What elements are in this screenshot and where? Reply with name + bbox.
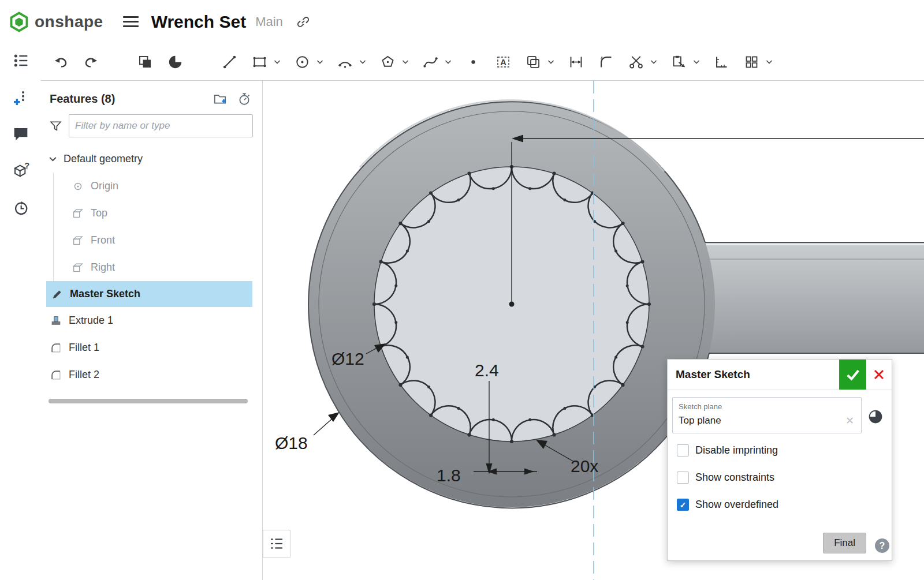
dialog-title: Master Sketch [668, 360, 839, 390]
dimension-width[interactable]: 1.8 [437, 466, 461, 485]
feature-label: Origin [91, 180, 118, 192]
new-folder-icon[interactable] [213, 91, 228, 106]
checkbox-label: Show constraints [695, 472, 774, 484]
fillet-icon [50, 342, 62, 354]
feature-label: Extrude 1 [69, 315, 113, 327]
transform-tool-button[interactable] [669, 52, 688, 72]
feature-item-top-plane[interactable]: Top [40, 200, 262, 227]
polygon-tool-chevron[interactable] [402, 52, 410, 72]
stopwatch-icon[interactable] [237, 91, 252, 106]
fillet-tool-button[interactable] [596, 52, 616, 72]
feature-label: Fillet 2 [69, 369, 99, 381]
master-sketch-dialog: Master Sketch Sketch plane Top plane ✕ D… [667, 359, 892, 561]
rectangle-tool-button[interactable] [249, 52, 269, 72]
show-overdefined-checkbox[interactable]: Show overdefined [668, 491, 892, 518]
feature-label: Master Sketch [70, 288, 140, 300]
sketch-list-button[interactable] [263, 530, 290, 557]
checkbox-label: Disable imprinting [695, 444, 778, 456]
left-panel-strip [0, 43, 40, 580]
onshape-app: onshape Wrench Set Main [0, 0, 924, 580]
arc-tool-chevron[interactable] [359, 52, 367, 72]
plane-icon [72, 207, 84, 220]
dimension-tool-button[interactable] [566, 52, 586, 72]
help-icon[interactable]: ? [875, 538, 889, 553]
onshape-logo-icon [8, 11, 30, 33]
feature-item-fillet-2[interactable]: Fillet 2 [40, 361, 262, 388]
trim-tool-chevron[interactable] [650, 52, 658, 72]
offset-tool-button[interactable] [523, 52, 543, 72]
comments-panel-button[interactable] [9, 122, 32, 145]
sketch-plane-label: Sketch plane [679, 402, 855, 411]
feature-item-fillet-1[interactable]: Fillet 1 [40, 334, 262, 361]
final-button[interactable]: Final [823, 533, 866, 553]
sketch-plane-field[interactable]: Sketch plane Top plane ✕ [672, 397, 862, 433]
sketch-pencil-icon [51, 288, 64, 301]
confirm-button[interactable] [839, 360, 866, 390]
spline-tool-button[interactable] [420, 52, 440, 72]
dimension-depth[interactable]: 2.4 [475, 361, 499, 380]
tree-indent-guide [53, 173, 54, 281]
spline-tool-chevron[interactable] [445, 52, 453, 72]
document-title[interactable]: Wrench Set [151, 12, 247, 32]
feature-list-panel-button[interactable] [9, 49, 32, 72]
feature-label: Top [91, 207, 107, 219]
trim-tool-button[interactable] [626, 52, 646, 72]
feature-item-front-plane[interactable]: Front [40, 227, 262, 254]
line-tool-button[interactable] [219, 52, 239, 72]
origin-icon [72, 180, 84, 193]
filter-input[interactable] [69, 114, 253, 137]
copy-sketch-button[interactable] [135, 52, 155, 72]
app-menu-button[interactable] [123, 13, 139, 30]
rectangle-tool-chevron[interactable] [274, 52, 282, 72]
cancel-button[interactable] [866, 360, 892, 390]
feature-item-default-geometry[interactable]: Default geometry [40, 145, 262, 173]
dimension-inner-diameter[interactable]: Ø12 [331, 349, 364, 368]
center-point[interactable] [509, 302, 515, 307]
use-project-button[interactable] [165, 52, 185, 72]
clear-selection-icon[interactable]: ✕ [844, 414, 855, 427]
point-tool-button[interactable] [463, 52, 483, 72]
offset-tool-chevron[interactable] [547, 52, 556, 72]
plane-icon [72, 234, 84, 247]
disable-imprinting-checkbox[interactable]: Disable imprinting [668, 437, 892, 464]
feature-item-extrude-1[interactable]: Extrude 1 [40, 307, 262, 334]
checkbox-box[interactable] [677, 444, 689, 456]
checkbox-box[interactable] [677, 499, 689, 511]
chevron-down-icon[interactable] [49, 156, 57, 162]
extrude-icon [50, 315, 62, 327]
transform-tool-chevron[interactable] [693, 52, 701, 72]
mate-connector-icon[interactable] [867, 409, 884, 425]
pattern-tool-chevron[interactable] [766, 52, 774, 72]
scrollbar-thumb[interactable] [49, 399, 248, 403]
feature-label: Default geometry [64, 153, 143, 165]
fillet-icon [50, 369, 62, 381]
dimension-count[interactable]: 20x [571, 456, 598, 476]
feature-tree: Default geometry Origin Top Front Right … [40, 145, 262, 388]
plane-icon [72, 261, 84, 274]
circle-tool-chevron[interactable] [316, 52, 325, 72]
title-bar: onshape Wrench Set Main [0, 0, 924, 43]
sketch-plane-value[interactable]: Top plane [679, 415, 844, 426]
dimension-outer-diameter[interactable]: Ø18 [275, 433, 308, 452]
circle-tool-button[interactable] [292, 52, 312, 72]
undo-button[interactable] [51, 52, 70, 72]
arc-tool-button[interactable] [335, 52, 355, 72]
feature-item-master-sketch[interactable]: Master Sketch [46, 281, 252, 307]
configurations-panel-button[interactable] [9, 87, 32, 110]
text-tool-button[interactable] [493, 52, 513, 72]
history-panel-button[interactable] [9, 196, 32, 219]
feature-label: Front [91, 234, 115, 246]
polygon-tool-button[interactable] [378, 52, 397, 72]
feature-item-right-plane[interactable]: Right [40, 254, 262, 281]
checkbox-box[interactable] [677, 472, 689, 484]
feature-item-origin[interactable]: Origin [40, 173, 262, 200]
branch-label[interactable]: Main [255, 14, 283, 29]
filter-icon [49, 119, 63, 133]
where-used-panel-button[interactable] [9, 159, 32, 182]
features-panel: Features (8) Default geometry Origin Top [40, 81, 263, 580]
redo-button[interactable] [81, 52, 100, 72]
share-link-icon[interactable] [296, 14, 311, 29]
pattern-tool-button[interactable] [742, 52, 761, 72]
show-constraints-checkbox[interactable]: Show constraints [668, 464, 892, 491]
measure-tool-button[interactable] [711, 52, 731, 72]
